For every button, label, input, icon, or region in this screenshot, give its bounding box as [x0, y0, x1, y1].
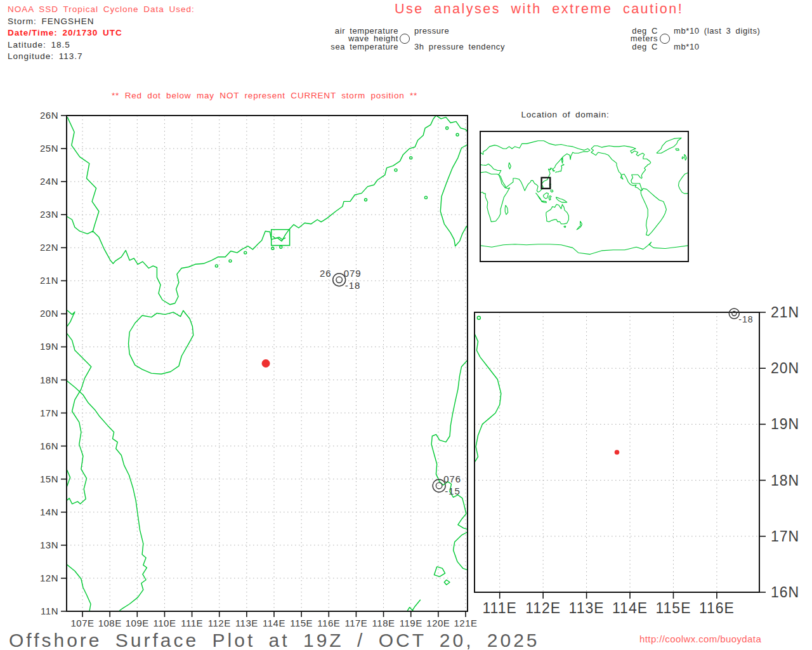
lat-tick-label: 16N — [771, 584, 799, 600]
station-plot: 26079-18 — [320, 268, 362, 291]
islet — [272, 247, 274, 249]
lon-tick-label: 117E — [344, 618, 367, 628]
lon-tick-label: 116E — [699, 600, 735, 616]
world-coastline — [543, 193, 548, 199]
map-graphics: 11N12N13N14N15N16N17N18N19N20N21N22N23N2… — [0, 0, 812, 650]
station-tendency: -18 — [345, 280, 361, 291]
station-tendency: -15 — [445, 486, 461, 496]
world-inset-map — [480, 131, 688, 262]
lat-tick-label: 20N — [40, 308, 58, 319]
world-coastline — [480, 141, 590, 192]
world-coastline — [509, 162, 511, 169]
lon-tick-label: 112E — [208, 618, 231, 628]
lon-tick-label: 109E — [126, 618, 149, 628]
lon-tick-label: 115E — [290, 618, 313, 628]
lat-tick-label: 11N — [41, 606, 58, 616]
lon-tick-label: 115E — [655, 600, 691, 616]
world-coastline — [555, 164, 564, 173]
world-coastline — [684, 154, 687, 160]
lat-tick-label: 21N — [40, 275, 58, 286]
main-map: 11N12N13N14N15N16N17N18N19N20N21N22N23N2… — [40, 110, 478, 628]
islet — [477, 316, 480, 319]
world-coastline — [577, 226, 580, 230]
coastline — [67, 310, 75, 327]
coastline — [129, 310, 193, 374]
coastline — [475, 334, 480, 357]
world-coastline — [546, 204, 569, 224]
world-coastline — [542, 201, 547, 203]
sub-map: 16N17N18N19N20N21N111E112E113E114E115E11… — [475, 304, 799, 616]
lon-tick-label: 114E — [612, 600, 648, 616]
islet — [456, 133, 459, 136]
lat-tick-label: 20N — [771, 360, 799, 376]
coastline — [67, 117, 99, 232]
islet — [280, 246, 282, 248]
station-air-temp: 26 — [320, 268, 332, 279]
islet — [395, 169, 397, 171]
world-coastline — [591, 146, 651, 191]
islet — [424, 196, 427, 199]
lon-tick-label: 112E — [525, 600, 561, 616]
station-pressure: 076 — [443, 474, 461, 484]
world-coastline — [562, 157, 563, 163]
buoy-surface-plot-page: NOAA SSD Tropical Cyclone Data Used: Sto… — [0, 0, 812, 650]
coastline — [67, 116, 436, 305]
world-coastline — [682, 157, 684, 159]
world-coastline — [551, 190, 553, 192]
lat-tick-label: 16N — [40, 441, 58, 451]
lat-tick-label: 24N — [40, 176, 58, 187]
world-coastline — [679, 173, 689, 194]
islet — [229, 260, 232, 262]
world-coastline — [564, 226, 566, 227]
lat-tick-label: 12N — [40, 573, 58, 583]
lat-tick-label: 14N — [40, 507, 58, 517]
coastline — [434, 567, 445, 577]
lon-tick-label: 107E — [70, 618, 94, 628]
lat-tick-label: 17N — [771, 528, 799, 545]
lat-tick-label: 23N — [40, 209, 58, 220]
islet — [365, 199, 367, 201]
lon-tick-label: 110E — [153, 618, 176, 628]
world-coastline — [657, 138, 681, 153]
storm-position-dot — [262, 359, 270, 368]
lon-tick-label: 116E — [317, 618, 340, 628]
coastline — [67, 564, 91, 612]
lon-tick-label: 120E — [426, 618, 450, 628]
station-plot: -18 — [729, 308, 753, 324]
coastline — [440, 145, 468, 246]
coastline — [444, 580, 450, 585]
coastline — [454, 532, 468, 570]
world-coastline — [480, 172, 510, 222]
world-coastline — [505, 205, 508, 215]
islet — [446, 127, 449, 129]
lon-tick-label: 111E — [181, 618, 203, 628]
world-coastline — [549, 196, 551, 200]
lat-tick-label: 26N — [40, 110, 58, 121]
lat-tick-label: 15N — [40, 474, 58, 484]
world-coastline — [580, 221, 582, 226]
lat-tick-label: 18N — [771, 472, 799, 489]
lat-tick-label: 17N — [40, 408, 58, 418]
lat-tick-label: 13N — [40, 540, 58, 550]
lon-tick-label: 118E — [372, 618, 395, 628]
world-inset-border — [480, 131, 688, 262]
islet — [244, 251, 247, 254]
lon-tick-label: 114E — [263, 618, 285, 628]
coastline — [436, 116, 468, 132]
world-coastline — [480, 242, 688, 254]
source-url[interactable]: http://coolwx.com/buoydata — [639, 633, 761, 644]
station-tendency: -18 — [738, 314, 753, 324]
coastline — [475, 357, 501, 463]
coastline — [67, 381, 147, 612]
lon-tick-label: 113E — [235, 618, 258, 628]
lat-tick-label: 22N — [40, 242, 58, 253]
lon-tick-label: 119E — [400, 618, 422, 628]
lon-tick-label: 108E — [98, 618, 122, 628]
world-coastline — [676, 149, 679, 150]
lat-tick-label: 18N — [40, 375, 58, 385]
lat-tick-label: 19N — [40, 341, 58, 352]
lat-tick-label: 21N — [771, 304, 799, 321]
lat-tick-label: 19N — [771, 416, 799, 432]
lat-tick-label: 25N — [40, 143, 58, 154]
lon-tick-label: 113E — [569, 600, 605, 616]
